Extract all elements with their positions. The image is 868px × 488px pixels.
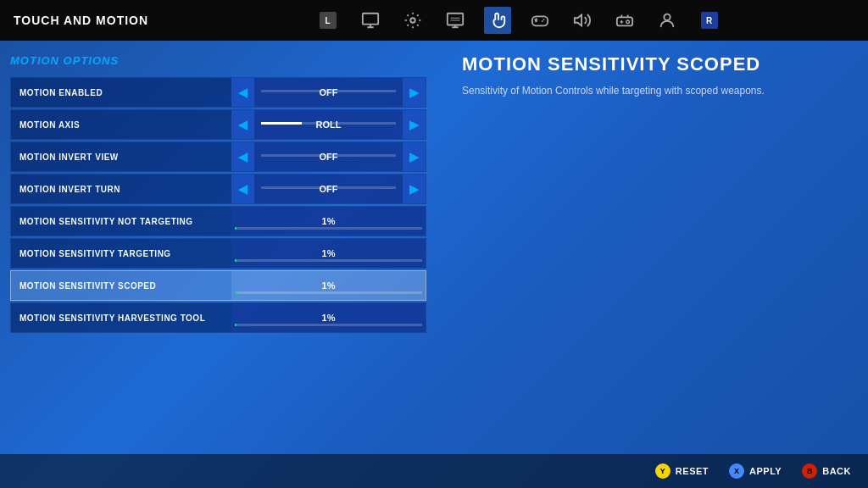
setting-label-motion-enabled: MOTION ENABLED <box>11 88 231 97</box>
setting-row-motion-axis[interactable]: MOTION AXIS ◀ ROLL ▶ <box>10 109 426 140</box>
setting-row-sensitivity-harvesting[interactable]: MOTION SENSITIVITY HARVESTING TOOL 1% <box>10 302 426 333</box>
slider-sensitivity-not-targeting[interactable]: 1% <box>231 207 426 236</box>
value-motion-axis: ROLL <box>254 119 403 130</box>
svg-rect-14 <box>616 17 632 25</box>
setting-label-motion-invert-turn: MOTION INVERT TURN <box>11 185 231 194</box>
back-label: BACK <box>822 466 851 476</box>
settings-list: MOTION ENABLED ◀ OFF ▶ MOTION AXIS ◀ ROL… <box>10 77 426 333</box>
user-icon[interactable] <box>654 7 681 34</box>
svg-rect-0 <box>362 14 377 25</box>
gamepad-icon[interactable] <box>526 7 554 34</box>
monitor-icon[interactable] <box>357 7 384 34</box>
setting-row-sensitivity-scoped[interactable]: MOTION SENSITIVITY SCOPED 1% <box>10 270 426 301</box>
arrow-left-motion-invert-view[interactable]: ◀ <box>231 142 254 171</box>
left-settings-panel: MOTION OPTIONS MOTION ENABLED ◀ OFF ▶ MO… <box>0 54 437 454</box>
back-button[interactable]: B BACK <box>802 463 851 479</box>
reset-label: RESET <box>676 466 709 476</box>
detail-title: MOTION SENSITIVITY SCOPED <box>462 54 843 75</box>
value-motion-enabled: OFF <box>254 87 403 97</box>
setting-control-motion-axis: ◀ ROLL ▶ <box>231 110 426 139</box>
display-icon[interactable] <box>442 7 469 34</box>
controller-icon[interactable] <box>611 7 638 34</box>
svg-point-11 <box>542 19 544 20</box>
setting-label-sensitivity-targeting: MOTION SENSITIVITY TARGETING <box>11 249 231 258</box>
setting-control-motion-enabled: ◀ OFF ▶ <box>231 78 426 107</box>
apply-button[interactable]: X APPLY <box>729 463 782 479</box>
arrow-right-motion-axis[interactable]: ▶ <box>403 110 426 139</box>
y-button-icon: Y <box>655 463 670 479</box>
slider-sensitivity-harvesting[interactable]: 1% <box>231 303 426 332</box>
setting-label-sensitivity-not-targeting: MOTION SENSITIVITY NOT TARGETING <box>11 217 231 226</box>
setting-label-sensitivity-scoped: MOTION SENSITIVITY SCOPED <box>11 281 231 291</box>
speaker-icon[interactable] <box>569 7 596 34</box>
arrow-right-motion-invert-view[interactable]: ▶ <box>403 142 426 171</box>
setting-control-motion-invert-turn: ◀ OFF ▶ <box>231 175 426 203</box>
slider-value-sensitivity-targeting: 1% <box>322 248 336 258</box>
arrow-left-motion-enabled[interactable]: ◀ <box>231 78 254 107</box>
apply-label: APPLY <box>749 466 782 476</box>
setting-row-sensitivity-targeting[interactable]: MOTION SENSITIVITY TARGETING 1% <box>10 238 426 269</box>
svg-point-1 <box>410 18 415 23</box>
setting-row-motion-enabled[interactable]: MOTION ENABLED ◀ OFF ▶ <box>10 77 426 108</box>
slider-value-sensitivity-harvesting: 1% <box>322 313 336 323</box>
main-content: MOTION OPTIONS MOTION ENABLED ◀ OFF ▶ MO… <box>0 41 868 454</box>
reset-button[interactable]: Y RESET <box>655 463 709 479</box>
slider-value-sensitivity-not-targeting: 1% <box>322 216 336 226</box>
arrow-right-motion-invert-turn[interactable]: ▶ <box>403 175 426 203</box>
arrow-left-motion-invert-turn[interactable]: ◀ <box>231 175 254 203</box>
b-button-icon: B <box>802 463 817 479</box>
svg-marker-13 <box>574 15 581 26</box>
slider-sensitivity-targeting[interactable]: 1% <box>231 239 426 268</box>
arrow-right-motion-enabled[interactable]: ▶ <box>403 78 426 107</box>
detail-description: Sensitivity of Motion Controls while tar… <box>462 83 784 98</box>
slider-value-sensitivity-scoped: 1% <box>322 280 336 291</box>
svg-point-17 <box>626 20 629 24</box>
section-title: MOTION OPTIONS <box>10 54 426 67</box>
r-badge[interactable]: R <box>696 7 723 34</box>
value-motion-invert-turn: OFF <box>254 184 403 194</box>
bottom-action-bar: Y RESET X APPLY B BACK <box>0 454 868 488</box>
arrow-left-motion-axis[interactable]: ◀ <box>231 110 254 139</box>
page-title: TOUCH AND MOTION <box>14 14 148 27</box>
setting-row-motion-invert-view[interactable]: MOTION INVERT VIEW ◀ OFF ▶ <box>10 141 426 172</box>
l-badge[interactable]: L <box>314 7 342 34</box>
svg-rect-2 <box>447 14 462 25</box>
value-motion-invert-view: OFF <box>254 152 403 162</box>
setting-label-motion-invert-view: MOTION INVERT VIEW <box>11 152 231 162</box>
right-detail-panel: MOTION SENSITIVITY SCOPED Sensitivity of… <box>437 54 868 454</box>
nav-icon-group: L R <box>314 7 723 34</box>
touch-icon[interactable] <box>484 7 511 34</box>
top-navigation-bar: TOUCH AND MOTION L <box>0 0 868 41</box>
setting-control-motion-invert-view: ◀ OFF ▶ <box>231 142 426 171</box>
svg-rect-7 <box>531 16 547 25</box>
setting-row-motion-invert-turn[interactable]: MOTION INVERT TURN ◀ OFF ▶ <box>10 174 426 204</box>
setting-label-motion-axis: MOTION AXIS <box>11 120 231 130</box>
x-button-icon: X <box>729 463 744 479</box>
svg-point-12 <box>541 20 542 22</box>
slider-sensitivity-scoped[interactable]: 1% <box>231 271 426 300</box>
setting-row-sensitivity-not-targeting[interactable]: MOTION SENSITIVITY NOT TARGETING 1% <box>10 206 426 236</box>
gear-icon[interactable] <box>399 7 426 34</box>
setting-label-sensitivity-harvesting: MOTION SENSITIVITY HARVESTING TOOL <box>11 313 231 323</box>
svg-point-20 <box>664 14 670 20</box>
